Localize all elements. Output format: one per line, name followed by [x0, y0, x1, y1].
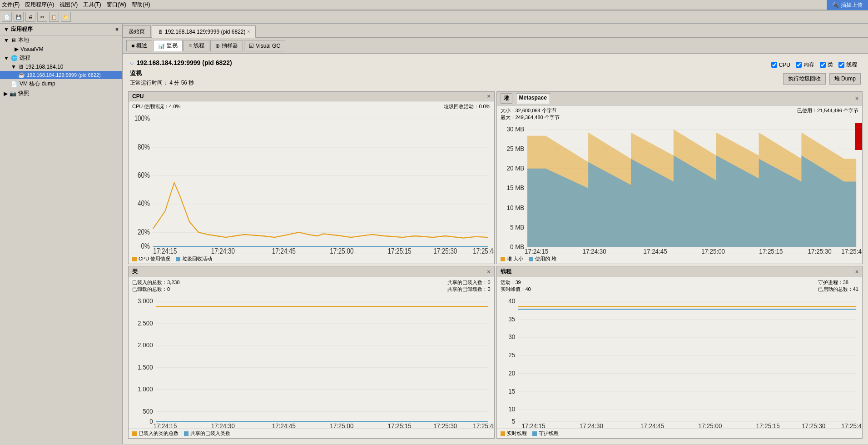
cpu-chart-panel: CPU × CPU 使用情况：4.0% 垃圾回收活动：0.0%: [128, 91, 495, 264]
toolbar-btn-1[interactable]: 📄: [2, 12, 12, 22]
sidebar-item-vmdump[interactable]: 📄 VM 核心 dump: [0, 79, 122, 89]
svg-text:0: 0: [149, 417, 153, 425]
svg-text:1,000: 1,000: [138, 385, 153, 393]
svg-text:17:25:00: 17:25:00: [698, 422, 722, 428]
cpu-chart-legend: CPU 使用情况 垃圾回收活动: [129, 254, 494, 264]
svg-text:500: 500: [143, 407, 153, 415]
sidebar-item-host[interactable]: ▼ 🖥 192.168.184.10: [0, 63, 122, 71]
sidebar: ▼ 应用程序 × ▼ 🖥 本地 ▶ VisualVM ▼ 🌐 远程 ▼ 🖥 19…: [0, 24, 123, 444]
svg-text:5: 5: [511, 417, 515, 425]
charts-grid: CPU × CPU 使用情况：4.0% 垃圾回收活动：0.0%: [126, 90, 864, 440]
sidebar-item-snapshot[interactable]: ▶ 📷 快照: [0, 89, 122, 98]
heap-dump-button[interactable]: 堆 Dump: [829, 73, 861, 85]
menu-view[interactable]: 视图(V): [60, 1, 78, 9]
thread-checkbox-item[interactable]: 线程: [838, 61, 857, 69]
heap-size-legend: 堆 大小: [501, 255, 523, 262]
overview-icon: ■: [131, 43, 134, 49]
svg-text:0%: 0%: [141, 242, 150, 250]
options-row: CPU 内存 类 线程: [768, 59, 861, 70]
sidebar-item-local[interactable]: ▼ 🖥 本地: [0, 35, 122, 45]
thread-label: 线程: [846, 61, 857, 69]
svg-text:17:25:00: 17:25:00: [330, 247, 353, 254]
heap-chart-body: 30 MB 25 MB 20 MB 15 MB 10 MB 5 MB 0 MB: [497, 123, 863, 254]
cpu-chart-close[interactable]: ×: [487, 93, 490, 100]
svg-text:17:24:30: 17:24:30: [579, 422, 603, 428]
class-chart-close[interactable]: ×: [487, 269, 490, 275]
nav-tab-monitor[interactable]: 📊 监视: [153, 40, 183, 51]
host-icon: 🖥: [18, 64, 24, 70]
sidebar-collapse-icon[interactable]: ▼: [4, 26, 9, 33]
svg-text:17:25:30: 17:25:30: [433, 247, 457, 254]
gc-activity-legend-color: [176, 257, 180, 261]
svg-text:17:24:15: 17:24:15: [521, 422, 545, 428]
heap-chart-panel: 堆 Metaspace × 大小：32,600,064 个字节 最大：249,3…: [496, 91, 863, 264]
svg-text:17:24:45: 17:24:45: [643, 248, 667, 254]
toolbar-btn-4[interactable]: ✂: [37, 12, 47, 22]
menu-window[interactable]: 窗口(W): [107, 1, 126, 9]
toolbar-btn-2[interactable]: 💾: [14, 12, 24, 22]
svg-text:20%: 20%: [138, 228, 150, 236]
svg-text:0 MB: 0 MB: [510, 243, 524, 250]
connect-button[interactable]: 🔌 插拔上传: [827, 0, 868, 10]
svg-text:30 MB: 30 MB: [506, 125, 524, 133]
daemon-thread-legend-color: [532, 431, 537, 436]
sidebar-item-remote[interactable]: ▼ 🌐 远程: [0, 53, 122, 63]
heap-used-legend: 使用的 堆: [529, 255, 556, 262]
menubar: 文件(F) 应用程序(A) 视图(V) 工具(T) 窗口(W) 帮助(H): [0, 0, 868, 10]
tab-close-icon[interactable]: ×: [248, 29, 250, 34]
nav-tab-visualgc[interactable]: ☑ Visual GC: [244, 40, 285, 51]
svg-text:17:25:15: 17:25:15: [759, 248, 783, 254]
svg-text:10 MB: 10 MB: [506, 204, 524, 211]
toolbar-btn-3[interactable]: 🖨: [25, 12, 35, 22]
host-expand-icon: ▼: [11, 64, 16, 70]
svg-text:17:25:30: 17:25:30: [808, 248, 831, 254]
svg-text:40: 40: [508, 297, 515, 305]
svg-text:15: 15: [508, 387, 515, 395]
svg-text:35: 35: [508, 315, 515, 323]
toolbar-btn-5[interactable]: 📋: [49, 12, 59, 22]
svg-text:30: 30: [508, 333, 515, 341]
tab-connection[interactable]: 🖥 192.168.184.129:9999 (pid 6822) ×: [152, 25, 256, 38]
svg-text:80%: 80%: [138, 143, 150, 151]
cpu-checkbox-item[interactable]: CPU: [771, 62, 790, 68]
monitor-content: ○ 192.168.184.129:9999 (pid 6822) 监视 正常运…: [123, 54, 868, 444]
class-checkbox-item[interactable]: 类: [820, 61, 833, 69]
tab-home[interactable]: 起始页: [123, 25, 151, 37]
svg-text:17:24:15: 17:24:15: [153, 247, 177, 254]
class-chart-header: 类 ×: [129, 266, 494, 277]
memory-checkbox-item[interactable]: 内存: [796, 61, 814, 69]
menu-help[interactable]: 帮助(H): [132, 1, 150, 9]
remote-icon: 🌐: [11, 55, 18, 61]
heap-chart-close[interactable]: ×: [855, 95, 858, 102]
sidebar-close-icon[interactable]: ×: [115, 26, 119, 33]
sidebar-item-process[interactable]: ☕ 192.168.184.129:9999 (pid 6822): [0, 71, 122, 79]
menu-tools[interactable]: 工具(T): [83, 1, 101, 9]
remote-expand-icon: ▼: [4, 55, 9, 61]
gc-button[interactable]: 执行垃圾回收: [783, 73, 826, 85]
svg-text:17:24:45: 17:24:45: [640, 422, 664, 428]
cpu-checkbox[interactable]: [771, 62, 777, 68]
nav-tab-overview[interactable]: ■ 概述: [126, 40, 152, 51]
thread-checkbox[interactable]: [838, 62, 844, 68]
svg-text:17:24:30: 17:24:30: [211, 422, 235, 428]
nav-tab-threads[interactable]: ≡ 线程: [184, 40, 209, 51]
svg-text:17:25:15: 17:25:15: [388, 247, 412, 254]
svg-text:17:25:30: 17:25:30: [802, 422, 825, 428]
class-chart-legend: 已装入的类的总数 共享的已装入类数: [129, 428, 494, 438]
sidebar-item-visualvm[interactable]: ▶ VisualVM: [0, 45, 122, 53]
cpu-chart-header: CPU ×: [129, 92, 494, 101]
memory-label: 内存: [804, 61, 814, 69]
toolbar-btn-6[interactable]: 📁: [61, 12, 71, 22]
svg-text:100%: 100%: [134, 115, 150, 122]
threads-icon: ≡: [188, 43, 192, 49]
heap-overflow-badge: [855, 123, 862, 150]
connection-icon: 🖥: [158, 29, 163, 35]
menu-app[interactable]: 应用程序(A): [25, 1, 54, 9]
class-checkbox[interactable]: [820, 62, 826, 68]
menu-file[interactable]: 文件(F): [2, 1, 20, 9]
thread-chart-close[interactable]: ×: [855, 269, 858, 275]
section-title: 监视: [126, 68, 236, 78]
memory-checkbox[interactable]: [796, 62, 802, 68]
nav-tab-sampler[interactable]: ⊕ 抽样器: [210, 40, 243, 51]
svg-text:20: 20: [508, 369, 515, 377]
